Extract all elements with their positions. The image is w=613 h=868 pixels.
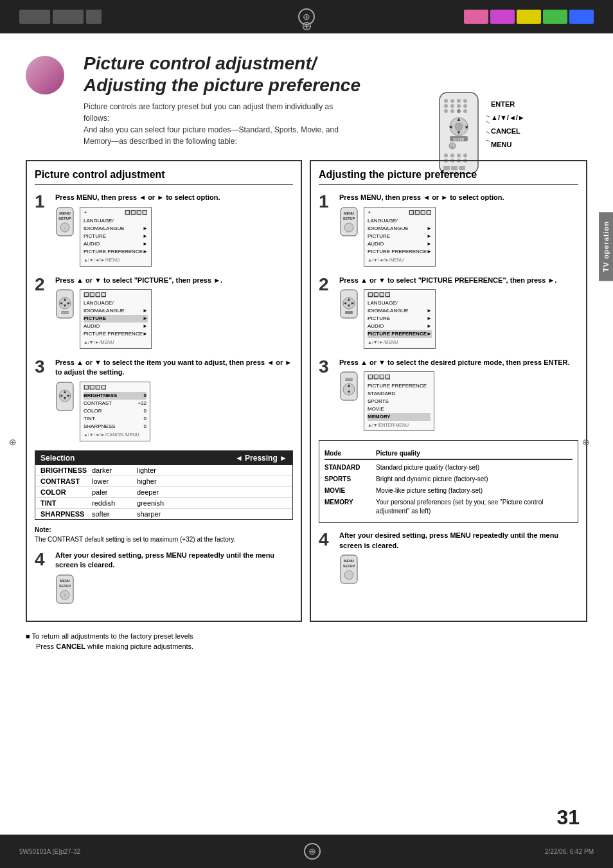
svg-line-37: [486, 140, 490, 141]
svg-text:◄: ◄: [343, 301, 348, 305]
svg-line-35: [486, 121, 490, 123]
left-step2-text: Press ▲ or ▼ to select "PICTURE", then p…: [55, 276, 293, 285]
right-panel: Adjusting the picture preference 1 Press…: [310, 160, 587, 621]
left-step1-nav: ▲/▼/◄/►/MENU: [84, 257, 148, 264]
svg-text:ENTER: ENTER: [60, 311, 69, 314]
left-panel-title: Picture control adjustment: [35, 169, 293, 185]
bottom-bar: 5W50101A [E]p27-32 ⊕ 2/22/06, 6:42 PM: [0, 835, 613, 868]
left-panel: Picture control adjustment 1 Press MENU,…: [26, 160, 302, 621]
bar-block-3: [86, 10, 102, 24]
svg-text:▲: ▲: [347, 383, 351, 387]
svg-text:►: ►: [67, 393, 71, 398]
left-step3-nav: ▲/▼/◄/►/CANCEL/MENU: [84, 432, 147, 439]
svg-point-65: [344, 223, 353, 232]
selection-table: Selection ◄ Pressing ► BRIGHTNESS darker…: [35, 450, 293, 520]
svg-text:◄: ◄: [59, 393, 64, 398]
right-step3-text: Press ▲ or ▼ to select the desired pictu…: [339, 358, 578, 368]
page-title: Picture control adjustment/ Adjusting th…: [84, 53, 360, 96]
svg-text:SETUP: SETUP: [343, 217, 355, 220]
title-badge: [26, 56, 64, 94]
right-crosshair: ⊕: [582, 437, 590, 447]
svg-text:MENU: MENU: [344, 559, 354, 563]
svg-point-82: [344, 571, 353, 580]
right-step1-menu: ✦🔲🔲🔲🔲 LANGUAGE/ IDIOMA/LANGUE► PICTURE► …: [364, 207, 436, 267]
tv-operation-tab: TV operation: [599, 212, 613, 281]
svg-text:▼: ▼: [347, 389, 351, 394]
left-step3-illustration: ▲ ▼ ◄ ► 🔲🔲🔲🔲 BRIGHTNESS0 CONTRAST+32 COL…: [55, 382, 293, 441]
sel-row-color: COLOR paler deeper: [35, 487, 292, 498]
title-desc: Picture controls are factory preset but …: [84, 101, 353, 147]
bottom-bar-inner: 5W50101A [E]p27-32 ⊕ 2/22/06, 6:42 PM: [0, 843, 613, 860]
top-bar-colors: [464, 10, 594, 24]
sel-row-brightness: BRIGHTNESS darker lighter: [35, 465, 292, 476]
svg-text:SETUP: SETUP: [343, 564, 355, 568]
svg-text:MENU: MENU: [59, 211, 71, 215]
right-mini-remote-2: ▲ ▼ ◄ ►: [339, 289, 359, 319]
svg-rect-72: [345, 311, 353, 314]
left-step-1: 1 Press MENU, then press ◄ or ► to selec…: [35, 193, 293, 266]
right-step3-illustration: ENTER ▲ ▼ 🔲🔲🔲🔲 PICTURE PREFERENCE STANDA…: [339, 371, 578, 431]
right-mini-remote-1: MENU SETUP: [339, 207, 359, 236]
mode-table-header: Mode Picture quality: [324, 450, 573, 460]
svg-line-36: [486, 131, 490, 134]
right-step1-illustration: MENU SETUP ✦🔲🔲🔲🔲 LANGUAGE/ IDIOMA/LANGUE…: [339, 207, 578, 267]
mode-row-sports: SPORTS Bright and dynamic picture (facto…: [324, 474, 573, 485]
sel-row-contrast: CONTRAST lower higher: [35, 476, 292, 487]
mode-row-memory: MEMORY Your personal preferences (set by…: [324, 497, 573, 517]
right-step2-text: Press ▲ or ▼ to select "PICTURE PREFEREN…: [339, 276, 578, 285]
left-step2-illustration: ▲ ▼ ◄ ► ENTER 🔲🔲🔲🔲 LANGUAGE/: [55, 289, 293, 349]
right-panel-title: Adjusting the picture preference: [319, 169, 578, 185]
two-col-layout: Picture control adjustment 1 Press MENU,…: [26, 160, 587, 621]
mini-remote-2: ▲ ▼ ◄ ► ENTER: [55, 289, 75, 319]
top-crosshair: ⊕: [301, 18, 312, 33]
right-step4-illustration: MENU SETUP: [339, 554, 578, 584]
svg-text:○: ○: [64, 592, 67, 598]
bar-block-2: [53, 10, 84, 24]
left-step2-menu: 🔲🔲🔲🔲 LANGUAGE/ IDIOMA/LANGUE► PICTURE► A…: [80, 289, 152, 349]
right-step4-text: After your desired setting, press MENU r…: [339, 531, 578, 551]
right-step-3: 3 Press ▲ or ▼ to select the desired pic…: [319, 358, 578, 431]
right-step2-menu: 🔲🔲🔲🔲 LANGUAGE/ IDIOMA/LANGUE► PICTURE► A…: [364, 289, 436, 349]
svg-text:◄: ◄: [59, 301, 64, 305]
svg-text:MENU: MENU: [60, 579, 70, 583]
left-step-3: 3 Press ▲ or ▼ to select the item you wa…: [35, 358, 293, 441]
left-step3-text: Press ▲ or ▼ to select the item you want…: [55, 358, 293, 378]
right-step3-menu: 🔲🔲🔲🔲 PICTURE PREFERENCE STANDARD SPORTS …: [364, 371, 434, 431]
mini-remote-1: MENU SETUP ○: [55, 207, 75, 236]
svg-text:SETUP: SETUP: [58, 217, 71, 220]
color-yellow: [517, 10, 541, 24]
svg-text:SETUP: SETUP: [59, 584, 71, 588]
note-box: Note: The CONTRAST default setting is se…: [35, 525, 293, 544]
right-step-1: 1 Press MENU, then press ◄ or ► to selec…: [319, 193, 578, 266]
mode-row-standard: STANDARD Standard picture quality (facto…: [324, 462, 573, 474]
footer-note: ■ To return all adjustments to the facto…: [26, 631, 587, 652]
sel-row-sharpness: SHARPNESS softer sharper: [35, 509, 292, 519]
color-pink: [464, 10, 488, 24]
mini-remote-4: MENU SETUP ○: [55, 574, 75, 604]
bottom-left-text: 5W50101A [E]p27-32: [19, 848, 80, 855]
sel-row-tint: TINT reddish greenish: [35, 498, 292, 509]
right-step-2: 2 Press ▲ or ▼ to select "PICTURE PREFER…: [319, 276, 578, 349]
left-step1-text: Press MENU, then press ◄ or ► to select …: [55, 193, 293, 202]
mode-row-movie: MOVIE Movie-like picture setting (factor…: [324, 485, 573, 497]
svg-line-34: [486, 116, 490, 117]
color-magenta: [490, 10, 515, 24]
left-step3-menu: 🔲🔲🔲🔲 BRIGHTNESS0 CONTRAST+32 COLOR0 TINT…: [80, 382, 150, 441]
svg-text:○: ○: [64, 226, 66, 230]
right-mini-remote-3: ENTER ▲ ▼: [339, 371, 359, 401]
left-step4-text: After your desired setting, press MENU r…: [55, 551, 293, 571]
color-green: [543, 10, 567, 24]
left-step-2: 2 Press ▲ or ▼ to select "PICTURE", then…: [35, 276, 293, 349]
bottom-crosshair: ⊕: [304, 843, 321, 860]
mode-table-container: Mode Picture quality STANDARD Standard p…: [319, 440, 578, 523]
color-blue: [569, 10, 594, 24]
page-number: 31: [556, 806, 580, 829]
right-step1-text: Press MENU, then press ◄ or ► to select …: [339, 193, 578, 202]
bottom-right-text: 2/22/06, 6:42 PM: [545, 848, 594, 855]
mode-table: Mode Picture quality STANDARD Standard p…: [324, 450, 573, 517]
svg-text:►: ►: [67, 301, 71, 305]
main-content: Picture control adjustment/ Adjusting th…: [0, 33, 613, 665]
title-text: Picture control adjustment/ Adjusting th…: [84, 53, 360, 147]
left-step2-nav: ▲/▼/►/MENU: [84, 339, 148, 346]
mini-remote-3: ▲ ▼ ◄ ►: [55, 382, 75, 411]
